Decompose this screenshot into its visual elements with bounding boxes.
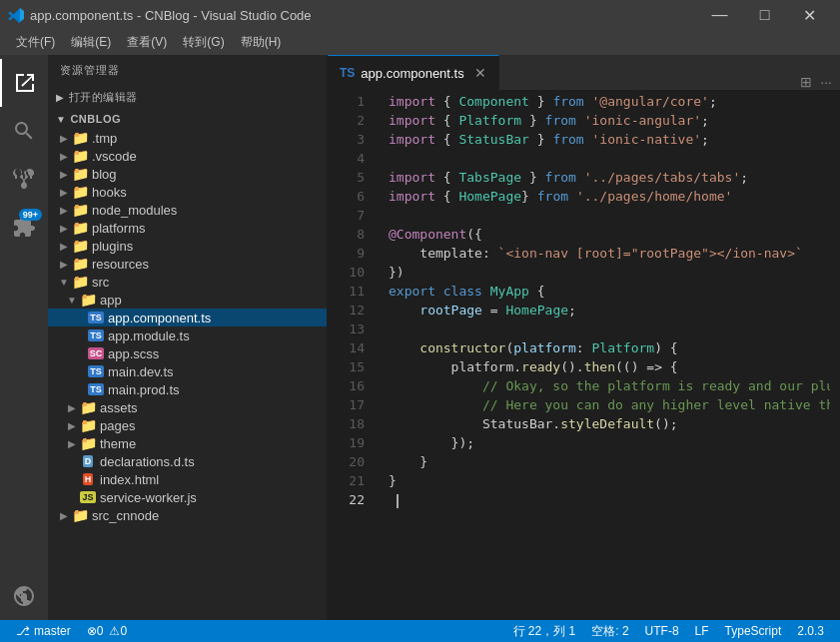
- tree-item-src_cnnode[interactable]: ▶ 📁 src_cnnode: [48, 506, 327, 524]
- code-line-15: platform.ready().then(() => {: [389, 357, 830, 376]
- tree-label: assets: [100, 400, 138, 415]
- tree-item-app.component.ts[interactable]: TS app.component.ts: [48, 309, 327, 326]
- tree-item-vscode[interactable]: ▶ 📁 .vscode: [48, 147, 327, 165]
- activitybar: 99+: [0, 55, 48, 620]
- collapse-arrow: ▶: [56, 166, 72, 182]
- menu-item-文件(F)[interactable]: 文件(F): [8, 32, 63, 53]
- titlebar-left: app.component.ts - CNBlog - Visual Studi…: [8, 7, 312, 23]
- statusbar-right: 行 22，列 1 空格: 2 UTF-8 LF TypeScript 2.0.3: [505, 623, 832, 640]
- tree-item-main.prod.ts[interactable]: TS main.prod.ts: [48, 380, 327, 398]
- line-number-17: 17: [328, 395, 365, 414]
- tree-item-app.module.ts[interactable]: TS app.module.ts: [48, 326, 327, 344]
- code-content[interactable]: import { Component } from '@angular/core…: [373, 90, 830, 620]
- open-editors-header[interactable]: ▶ 打开的编辑器: [48, 86, 327, 109]
- tree-item-resources[interactable]: ▶ 📁 resources: [48, 255, 327, 273]
- tree-item-hooks[interactable]: ▶ 📁 hooks: [48, 183, 327, 201]
- activity-search[interactable]: [0, 107, 48, 155]
- menu-item-转到(G)[interactable]: 转到(G): [175, 32, 232, 53]
- tab-close-button[interactable]: ✕: [474, 65, 486, 81]
- code-line-21: }: [389, 471, 830, 490]
- indentation-item[interactable]: 空格: 2: [583, 623, 636, 640]
- tree-item-node_modules[interactable]: ▶ 📁 node_modules: [48, 201, 327, 219]
- activity-explorer[interactable]: [0, 59, 48, 107]
- line-number-6: 6: [328, 187, 365, 206]
- ts-icon: TS: [88, 365, 104, 377]
- version-item[interactable]: 2.0.3: [789, 624, 832, 638]
- line-number-8: 8: [328, 225, 365, 244]
- collapse-arrow: ▶: [64, 435, 80, 451]
- collapse-arrow: ▶: [56, 202, 72, 218]
- code-line-11: export class MyApp {: [389, 282, 830, 301]
- tree-label: main.dev.ts: [108, 364, 174, 379]
- activity-remote[interactable]: [0, 572, 48, 620]
- more-actions-button[interactable]: ···: [820, 74, 832, 90]
- tree-item-app[interactable]: ▼ 📁 app: [48, 291, 327, 309]
- folder-icon: 📁: [72, 130, 89, 146]
- maximize-button[interactable]: □: [742, 0, 787, 30]
- line-number-21: 21: [328, 471, 365, 490]
- git-branch-item[interactable]: ⎇ master: [8, 624, 79, 638]
- tree-item-main.dev.ts[interactable]: TS main.dev.ts: [48, 362, 327, 380]
- menu-item-帮助(H)[interactable]: 帮助(H): [233, 32, 290, 53]
- tree-item-assets[interactable]: ▶ 📁 assets: [48, 398, 327, 416]
- tree-item-app.scss[interactable]: SC app.scss: [48, 344, 327, 362]
- expand-arrow: ▼: [56, 274, 72, 290]
- tree-label: app: [100, 293, 122, 308]
- line-number-19: 19: [328, 433, 365, 452]
- tree-item-plugins[interactable]: ▶ 📁 plugins: [48, 237, 327, 255]
- collapse-arrow: ▶: [64, 417, 80, 433]
- activity-extensions[interactable]: 99+: [0, 203, 48, 251]
- folder-icon: 📁: [72, 507, 89, 523]
- errors-item[interactable]: ⊗ 0 ⚠ 0: [79, 624, 135, 638]
- code-line-6: import { HomePage} from '../pages/home/h…: [389, 187, 830, 206]
- scss-icon: SC: [88, 347, 105, 359]
- git-icon: ⎇: [16, 624, 30, 638]
- main-area: 99+ 资源管理器 ▶ 打开的编辑器 ▼ CNBLOG ▶ 📁 .tmp ▶: [0, 55, 840, 620]
- language-item[interactable]: TypeScript: [717, 624, 790, 638]
- tree-item-platforms[interactable]: ▶ 📁 platforms: [48, 219, 327, 237]
- split-editor-button[interactable]: ⊞: [800, 74, 812, 90]
- code-line-13: [389, 320, 830, 338]
- line-ending-item[interactable]: LF: [687, 624, 717, 638]
- close-button[interactable]: ✕: [787, 0, 832, 30]
- collapse-arrow: ▶: [56, 130, 72, 146]
- tree-label: .tmp: [92, 131, 117, 146]
- statusbar-left: ⎇ master ⊗ 0 ⚠ 0: [8, 624, 135, 638]
- tree-item-declarations.d.ts[interactable]: D declarations.d.ts: [48, 452, 327, 470]
- tree-item-theme[interactable]: ▶ 📁 theme: [48, 434, 327, 452]
- html-icon: H: [83, 473, 94, 485]
- code-line-18: StatusBar.styleDefault();: [389, 414, 830, 433]
- tree-label: app.module.ts: [108, 328, 190, 343]
- editor-area: TS app.component.ts ✕ ⊞ ··· 123456789101…: [328, 55, 840, 620]
- tree-label: app.component.ts: [108, 311, 211, 325]
- sidebar-content[interactable]: ▶ 打开的编辑器 ▼ CNBLOG ▶ 📁 .tmp ▶ 📁 .vscode ▶…: [48, 86, 327, 620]
- titlebar-title: app.component.ts - CNBlog - Visual Studi…: [30, 8, 312, 23]
- project-name: CNBLOG: [70, 113, 121, 125]
- project-header[interactable]: ▼ CNBLOG: [48, 109, 327, 129]
- titlebar-controls: — □ ✕: [697, 0, 832, 30]
- cursor-position-item[interactable]: 行 22，列 1: [505, 623, 584, 640]
- code-line-19: });: [389, 433, 830, 452]
- minimap: [830, 90, 840, 620]
- code-line-10: }): [389, 263, 830, 282]
- line-number-5: 5: [328, 168, 365, 187]
- tree-item-tmp[interactable]: ▶ 📁 .tmp: [48, 129, 327, 147]
- folder-icon: 📁: [72, 220, 89, 236]
- menu-item-编辑(E)[interactable]: 编辑(E): [63, 32, 119, 53]
- tree-label: plugins: [92, 239, 133, 254]
- code-line-14: constructor(platform: Platform) {: [389, 338, 830, 357]
- tab-app-component[interactable]: TS app.component.ts ✕: [328, 55, 499, 90]
- indentation: 空格: 2: [591, 623, 628, 640]
- activity-git[interactable]: [0, 155, 48, 203]
- tree-item-blog[interactable]: ▶ 📁 blog: [48, 165, 327, 183]
- tree-item-service-worker.js[interactable]: JS service-worker.js: [48, 488, 327, 506]
- minimize-button[interactable]: —: [697, 0, 742, 30]
- error-icon: ⊗: [87, 624, 97, 638]
- tree-label: .vscode: [92, 149, 137, 164]
- tree-item-index.html[interactable]: H index.html: [48, 470, 327, 488]
- tree-item-src[interactable]: ▼ 📁 src: [48, 273, 327, 291]
- tree-item-pages[interactable]: ▶ 📁 pages: [48, 416, 327, 434]
- file-tree: ▶ 📁 .tmp ▶ 📁 .vscode ▶ 📁 blog ▶ 📁 hooks …: [48, 129, 327, 524]
- menu-item-查看(V)[interactable]: 查看(V): [119, 32, 175, 53]
- encoding-item[interactable]: UTF-8: [637, 624, 687, 638]
